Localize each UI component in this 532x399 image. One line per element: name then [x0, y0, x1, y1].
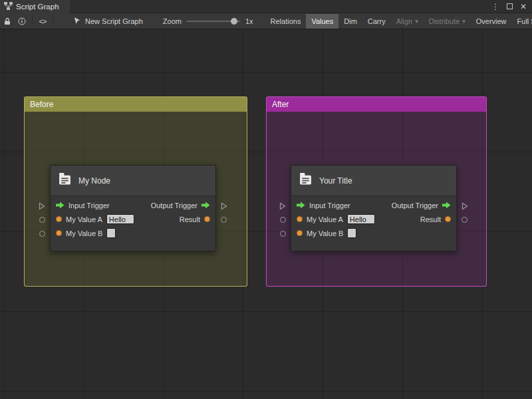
my-value-a-field[interactable]	[347, 214, 375, 224]
node-body: Input Trigger Output Trigger My Value A	[291, 196, 456, 240]
flow-arrow-icon	[442, 201, 451, 209]
zoom-control: Zoom 1x	[163, 17, 253, 26]
zoom-label: Zoom	[163, 17, 182, 25]
script-graph-window: Script Graph ⋮ ✕ <> New Script Graph Zoo…	[0, 0, 532, 399]
script-machine-icon	[299, 172, 313, 189]
toolbar-separator	[53, 16, 53, 26]
chevron-down-icon: ▾	[462, 18, 466, 25]
align-button-label: Align	[396, 17, 412, 25]
title-bar: Script Graph ⋮ ✕	[0, 0, 532, 13]
value-port-icon	[297, 216, 303, 222]
port-my-value-a[interactable]: My Value A	[291, 214, 375, 224]
port-my-value-b[interactable]: My Value B	[51, 228, 116, 238]
port-label: Input Trigger	[68, 201, 110, 209]
script-graph-tab-icon	[4, 2, 13, 11]
port-row: My Value A Result	[51, 212, 215, 226]
port-row: Input Trigger Output Trigger	[291, 198, 456, 212]
value-port-icon	[204, 216, 210, 222]
flow-arrow-icon	[201, 201, 210, 209]
distribute-button-label: Distribute	[429, 17, 460, 25]
value-port-icon	[56, 230, 62, 236]
node-header[interactable]: My Node	[51, 166, 215, 196]
tab-label: Script Graph	[16, 3, 59, 11]
group-title: Before	[30, 100, 53, 109]
my-value-a-field[interactable]	[106, 214, 134, 224]
script-machine-icon	[58, 172, 72, 189]
my-value-b-field[interactable]	[347, 228, 356, 238]
external-value-port[interactable]	[462, 217, 467, 223]
port-my-value-a[interactable]: My Value A	[51, 214, 134, 224]
port-label: Output Trigger	[151, 201, 198, 209]
port-my-value-b[interactable]: My Value B	[291, 228, 356, 238]
port-label: My Value A	[307, 215, 343, 223]
port-label: My Value B	[307, 229, 343, 237]
graph-canvas[interactable]: Before After My Node	[0, 29, 532, 399]
group-after-header[interactable]: After	[267, 97, 486, 112]
node-title: Your Title	[319, 176, 352, 186]
port-row: Input Trigger Output Trigger	[51, 198, 215, 212]
port-output-trigger[interactable]: Output Trigger	[151, 201, 215, 209]
edit-code-icon[interactable]: <>	[35, 13, 50, 29]
external-flow-port[interactable]	[462, 202, 468, 210]
group-title: After	[272, 100, 289, 109]
port-label: My Value B	[66, 229, 102, 237]
graph-name[interactable]: New Script Graph	[73, 17, 143, 26]
zoom-slider-handle[interactable]	[231, 18, 237, 25]
value-port-icon	[445, 216, 451, 222]
node-my-node[interactable]: My Node Input Trigger Output Trigger	[50, 165, 216, 251]
port-result[interactable]: Result	[180, 215, 215, 223]
lock-icon[interactable]	[0, 13, 15, 29]
kebab-menu-icon[interactable]: ⋮	[491, 3, 499, 11]
group-before-header[interactable]: Before	[25, 97, 247, 112]
external-flow-port[interactable]	[221, 202, 227, 210]
port-label: My Value A	[66, 215, 102, 223]
port-output-trigger[interactable]: Output Trigger	[392, 201, 456, 209]
align-button[interactable]: Align ▾	[391, 14, 424, 29]
chevron-down-icon: ▾	[415, 18, 418, 25]
port-input-trigger[interactable]: Input Trigger	[51, 201, 110, 209]
port-row: My Value A Result	[291, 212, 456, 226]
values-button[interactable]: Values	[306, 14, 338, 29]
flow-arrow-icon	[297, 201, 305, 209]
node-title: My Node	[78, 176, 110, 186]
fullscreen-button[interactable]: Full Screen	[512, 14, 532, 29]
info-icon[interactable]	[15, 13, 29, 29]
flow-arrow-icon	[56, 201, 65, 209]
tab-script-graph[interactable]: Script Graph	[0, 0, 70, 13]
external-value-port[interactable]	[280, 217, 286, 223]
toolbar-separator	[32, 16, 33, 26]
port-label: Output Trigger	[392, 201, 438, 209]
external-flow-port[interactable]	[279, 202, 286, 210]
graph-name-label: New Script Graph	[85, 17, 143, 25]
node-header[interactable]: Your Title	[291, 166, 456, 196]
zoom-slider[interactable]	[187, 17, 240, 26]
port-row: My Value B	[291, 226, 456, 240]
overview-button[interactable]: Overview	[471, 14, 512, 29]
toolbar-buttons: Relations Values Dim Carry Align ▾ Distr…	[265, 14, 532, 29]
external-flow-port[interactable]	[39, 202, 45, 210]
node-body: Input Trigger Output Trigger My Value A	[51, 196, 215, 240]
relations-button[interactable]: Relations	[265, 14, 307, 29]
zoom-value: 1x	[245, 17, 253, 25]
graph-toolbar: <> New Script Graph Zoom 1x Relations Va…	[0, 13, 532, 29]
port-result[interactable]: Result	[420, 215, 456, 223]
node-your-title[interactable]: Your Title Input Trigger Output Trigger	[291, 165, 457, 251]
close-icon[interactable]: ✕	[520, 3, 527, 11]
window-controls: ⋮ ✕	[491, 3, 532, 11]
port-input-trigger[interactable]: Input Trigger	[291, 201, 350, 209]
port-label: Result	[420, 215, 441, 223]
external-value-port[interactable]	[221, 217, 227, 223]
external-value-port[interactable]	[39, 231, 45, 237]
port-label: Result	[180, 215, 200, 223]
maximize-icon[interactable]	[507, 3, 513, 9]
graph-cursor-icon	[73, 17, 81, 26]
port-row: My Value B	[51, 226, 215, 240]
external-value-port[interactable]	[280, 231, 286, 237]
dim-button[interactable]: Dim	[338, 14, 362, 29]
external-value-port[interactable]	[39, 217, 45, 223]
my-value-b-field[interactable]	[106, 228, 116, 238]
port-label: Input Trigger	[309, 201, 350, 209]
distribute-button[interactable]: Distribute ▾	[424, 14, 471, 29]
carry-button[interactable]: Carry	[362, 14, 391, 29]
value-port-icon	[56, 216, 62, 222]
